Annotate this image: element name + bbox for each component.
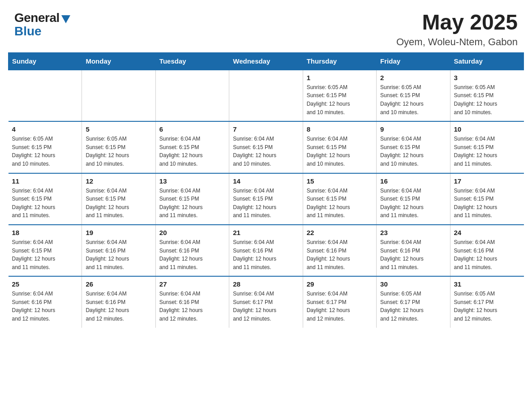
calendar-container: SundayMondayTuesdayWednesdayThursdayFrid… — [0, 52, 532, 336]
day-number: 2 — [380, 74, 446, 81]
day-info: Sunrise: 6:04 AMSunset: 6:16 PMDaylight:… — [380, 238, 446, 271]
day-number: 6 — [159, 125, 225, 133]
calendar-day-cell: 26Sunrise: 6:04 AMSunset: 6:16 PMDayligh… — [82, 276, 155, 327]
day-number: 21 — [233, 229, 299, 236]
day-number: 3 — [454, 74, 520, 81]
calendar-day-cell: 7Sunrise: 6:04 AMSunset: 6:15 PMDaylight… — [229, 121, 303, 173]
calendar-day-cell — [155, 70, 229, 121]
day-number: 9 — [380, 125, 446, 133]
calendar-day-cell — [229, 70, 303, 121]
day-number: 19 — [86, 229, 151, 236]
day-number: 12 — [86, 177, 151, 185]
day-of-week-header: Wednesday — [229, 52, 303, 70]
day-info: Sunrise: 6:04 AMSunset: 6:16 PMDaylight:… — [159, 290, 225, 323]
day-info: Sunrise: 6:04 AMSunset: 6:17 PMDaylight:… — [307, 290, 373, 323]
day-info: Sunrise: 6:04 AMSunset: 6:15 PMDaylight:… — [454, 135, 520, 168]
day-info: Sunrise: 6:04 AMSunset: 6:15 PMDaylight:… — [380, 135, 446, 168]
logo: General Blue — [14, 11, 70, 39]
calendar-title: May 2025 — [396, 11, 518, 34]
day-number: 26 — [86, 280, 151, 288]
calendar-day-cell: 22Sunrise: 6:04 AMSunset: 6:16 PMDayligh… — [303, 225, 376, 276]
calendar-day-cell: 30Sunrise: 6:05 AMSunset: 6:17 PMDayligh… — [377, 276, 450, 327]
calendar-day-cell: 27Sunrise: 6:04 AMSunset: 6:16 PMDayligh… — [155, 276, 229, 327]
calendar-day-cell: 31Sunrise: 6:05 AMSunset: 6:17 PMDayligh… — [450, 276, 523, 327]
day-number: 31 — [454, 280, 520, 288]
day-info: Sunrise: 6:04 AMSunset: 6:15 PMDaylight:… — [233, 135, 299, 168]
calendar-day-cell: 5Sunrise: 6:05 AMSunset: 6:15 PMDaylight… — [82, 121, 155, 173]
day-number: 20 — [159, 229, 225, 236]
calendar-day-cell: 20Sunrise: 6:04 AMSunset: 6:16 PMDayligh… — [155, 225, 229, 276]
day-number: 27 — [159, 280, 225, 288]
calendar-day-cell: 3Sunrise: 6:05 AMSunset: 6:15 PMDaylight… — [450, 70, 523, 121]
day-number: 25 — [12, 280, 78, 288]
day-number: 13 — [159, 177, 225, 185]
day-info: Sunrise: 6:04 AMSunset: 6:15 PMDaylight:… — [307, 135, 373, 168]
day-number: 28 — [233, 280, 299, 288]
calendar-day-cell: 4Sunrise: 6:05 AMSunset: 6:15 PMDaylight… — [9, 121, 82, 173]
calendar-day-cell: 11Sunrise: 6:04 AMSunset: 6:15 PMDayligh… — [9, 173, 82, 225]
calendar-day-cell: 6Sunrise: 6:04 AMSunset: 6:15 PMDaylight… — [155, 121, 229, 173]
day-info: Sunrise: 6:04 AMSunset: 6:16 PMDaylight:… — [12, 290, 78, 323]
calendar-week-row: 1Sunrise: 6:05 AMSunset: 6:15 PMDaylight… — [9, 70, 524, 121]
day-number: 5 — [86, 125, 151, 133]
calendar-location: Oyem, Woleu-Ntem, Gabon — [396, 36, 518, 48]
day-info: Sunrise: 6:04 AMSunset: 6:16 PMDaylight:… — [233, 238, 299, 271]
day-number: 29 — [307, 280, 373, 288]
day-of-week-header: Sunday — [9, 52, 82, 70]
day-number: 17 — [454, 177, 520, 185]
day-number: 14 — [233, 177, 299, 185]
calendar-day-cell: 29Sunrise: 6:04 AMSunset: 6:17 PMDayligh… — [303, 276, 376, 327]
calendar-day-cell: 9Sunrise: 6:04 AMSunset: 6:15 PMDaylight… — [377, 121, 450, 173]
page-header: General Blue May 2025 Oyem, Woleu-Ntem, … — [0, 0, 532, 52]
day-info: Sunrise: 6:04 AMSunset: 6:15 PMDaylight:… — [233, 187, 299, 220]
day-info: Sunrise: 6:04 AMSunset: 6:16 PMDaylight:… — [159, 238, 225, 271]
day-info: Sunrise: 6:04 AMSunset: 6:15 PMDaylight:… — [86, 187, 151, 220]
day-info: Sunrise: 6:05 AMSunset: 6:15 PMDaylight:… — [307, 83, 373, 116]
calendar-day-cell: 2Sunrise: 6:05 AMSunset: 6:15 PMDaylight… — [377, 70, 450, 121]
day-info: Sunrise: 6:04 AMSunset: 6:15 PMDaylight:… — [159, 187, 225, 220]
calendar-week-row: 11Sunrise: 6:04 AMSunset: 6:15 PMDayligh… — [9, 173, 524, 225]
calendar-day-cell: 24Sunrise: 6:04 AMSunset: 6:16 PMDayligh… — [450, 225, 523, 276]
calendar-day-cell: 8Sunrise: 6:04 AMSunset: 6:15 PMDaylight… — [303, 121, 376, 173]
calendar-day-cell: 17Sunrise: 6:04 AMSunset: 6:15 PMDayligh… — [450, 173, 523, 225]
day-number: 1 — [307, 74, 373, 81]
day-info: Sunrise: 6:05 AMSunset: 6:15 PMDaylight:… — [12, 135, 78, 168]
day-info: Sunrise: 6:05 AMSunset: 6:15 PMDaylight:… — [86, 135, 151, 168]
calendar-day-cell: 23Sunrise: 6:04 AMSunset: 6:16 PMDayligh… — [377, 225, 450, 276]
calendar-day-cell: 19Sunrise: 6:04 AMSunset: 6:16 PMDayligh… — [82, 225, 155, 276]
calendar-day-cell: 12Sunrise: 6:04 AMSunset: 6:15 PMDayligh… — [82, 173, 155, 225]
day-number: 4 — [12, 125, 78, 133]
calendar-day-cell: 10Sunrise: 6:04 AMSunset: 6:15 PMDayligh… — [450, 121, 523, 173]
day-info: Sunrise: 6:05 AMSunset: 6:17 PMDaylight:… — [380, 290, 446, 323]
day-info: Sunrise: 6:04 AMSunset: 6:15 PMDaylight:… — [380, 187, 446, 220]
day-info: Sunrise: 6:04 AMSunset: 6:17 PMDaylight:… — [233, 290, 299, 323]
calendar-day-cell: 18Sunrise: 6:04 AMSunset: 6:15 PMDayligh… — [9, 225, 82, 276]
day-info: Sunrise: 6:04 AMSunset: 6:15 PMDaylight:… — [454, 187, 520, 220]
calendar-day-cell: 1Sunrise: 6:05 AMSunset: 6:15 PMDaylight… — [303, 70, 376, 121]
day-of-week-header: Thursday — [303, 52, 376, 70]
day-number: 22 — [307, 229, 373, 236]
logo-general-text: General — [14, 11, 60, 25]
calendar-day-cell: 15Sunrise: 6:04 AMSunset: 6:15 PMDayligh… — [303, 173, 376, 225]
day-of-week-header: Monday — [82, 52, 155, 70]
day-number: 16 — [380, 177, 446, 185]
logo-blue-text: Blue — [14, 24, 42, 39]
day-number: 15 — [307, 177, 373, 185]
day-info: Sunrise: 6:05 AMSunset: 6:17 PMDaylight:… — [454, 290, 520, 323]
day-info: Sunrise: 6:05 AMSunset: 6:15 PMDaylight:… — [454, 83, 520, 116]
day-info: Sunrise: 6:04 AMSunset: 6:16 PMDaylight:… — [454, 238, 520, 271]
calendar-day-cell: 16Sunrise: 6:04 AMSunset: 6:15 PMDayligh… — [377, 173, 450, 225]
day-of-week-header: Tuesday — [155, 52, 229, 70]
calendar-day-cell: 21Sunrise: 6:04 AMSunset: 6:16 PMDayligh… — [229, 225, 303, 276]
day-of-week-header: Saturday — [450, 52, 523, 70]
calendar-week-row: 18Sunrise: 6:04 AMSunset: 6:15 PMDayligh… — [9, 225, 524, 276]
day-info: Sunrise: 6:04 AMSunset: 6:15 PMDaylight:… — [12, 238, 78, 271]
calendar-day-cell: 28Sunrise: 6:04 AMSunset: 6:17 PMDayligh… — [229, 276, 303, 327]
day-number: 30 — [380, 280, 446, 288]
calendar-day-cell — [9, 70, 82, 121]
day-number: 18 — [12, 229, 78, 236]
calendar-day-cell: 13Sunrise: 6:04 AMSunset: 6:15 PMDayligh… — [155, 173, 229, 225]
day-number: 7 — [233, 125, 299, 133]
calendar-day-cell: 25Sunrise: 6:04 AMSunset: 6:16 PMDayligh… — [9, 276, 82, 327]
calendar-day-cell: 14Sunrise: 6:04 AMSunset: 6:15 PMDayligh… — [229, 173, 303, 225]
